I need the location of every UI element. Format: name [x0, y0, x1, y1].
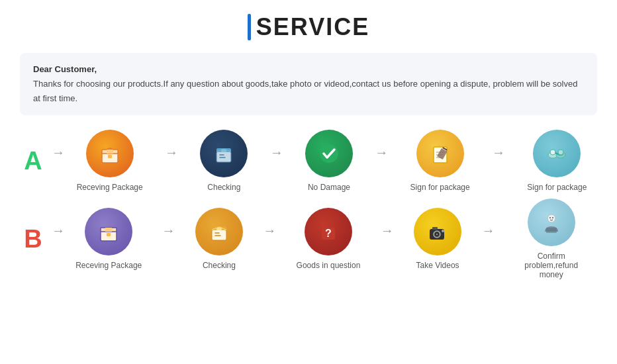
svg-point-15 [550, 150, 555, 155]
flow-item-confirm: Confirm problem,refund money [515, 199, 588, 279]
icon-goods: ? [305, 208, 352, 255]
row-label-a: A [20, 147, 46, 175]
flow-row-a: A → Receving Package [20, 130, 597, 192]
flow-item-nodmg: No Damage [305, 130, 353, 192]
page: SERVICE Dear Customer, Thanks for choosi… [0, 0, 617, 364]
svg-point-6 [320, 144, 338, 163]
label-recv-b: Receving Package [75, 261, 142, 270]
arrow-1b: → [162, 223, 175, 238]
label-video: Take Videos [416, 261, 459, 270]
flow-items-a: Receving Package → Check [66, 130, 597, 192]
title-accent-bar [248, 14, 251, 40]
flow-item-recv-b: Receving Package [75, 208, 142, 270]
label-hand: Sign for package [527, 183, 587, 192]
flow-item-check-a: Checking [200, 130, 248, 192]
arrow-2b: → [263, 223, 276, 238]
icon-video [414, 208, 461, 255]
arrow-2a: → [270, 145, 283, 160]
flow-items-b: Receving Package → Checking [66, 199, 597, 279]
flow-item-video: Take Videos [414, 208, 461, 270]
svg-point-29 [436, 234, 438, 236]
notice-box: Dear Customer, Thanks for choosing our p… [20, 53, 597, 115]
label-goods: Goods in question [297, 261, 361, 270]
arrow-1a: → [165, 145, 178, 160]
svg-rect-2 [107, 150, 113, 154]
label-check-b: Checking [203, 261, 236, 270]
svg-text:?: ? [325, 228, 332, 239]
label-sign1: Sign for package [410, 183, 470, 192]
svg-point-16 [558, 150, 563, 155]
notice-body: Thanks for choosing our products.If any … [33, 77, 584, 106]
icon-check-a [200, 130, 248, 177]
svg-rect-22 [216, 228, 222, 230]
flow-item-check-b: Checking [195, 208, 243, 270]
svg-point-32 [547, 214, 555, 222]
flow-item-recv-a: Receving Package [77, 130, 143, 192]
svg-rect-19 [105, 228, 112, 232]
notice-greeting: Dear Customer, [33, 62, 584, 77]
flow-section: A → Receving Package [20, 130, 597, 279]
flow-item-sign1: Sign for package [410, 130, 470, 192]
arrow-4b: → [481, 223, 495, 238]
arrow-3b: → [381, 223, 394, 238]
svg-rect-30 [432, 227, 438, 230]
svg-rect-20 [107, 233, 111, 236]
label-nodmg: No Damage [308, 183, 350, 192]
page-title: SERVICE [256, 13, 369, 41]
icon-recv-a [86, 130, 134, 177]
svg-rect-21 [212, 230, 226, 240]
svg-rect-4 [216, 152, 231, 162]
arrow-4a: → [492, 145, 505, 160]
svg-rect-35 [546, 228, 557, 233]
label-confirm: Confirm problem,refund money [515, 251, 588, 279]
svg-rect-3 [108, 155, 112, 158]
icon-nodmg [305, 130, 353, 177]
label-recv-a: Receving Package [77, 183, 143, 192]
arrow: → [52, 145, 65, 160]
icon-check-b [195, 208, 243, 255]
title-row: SERVICE [248, 13, 369, 41]
svg-point-33 [549, 217, 551, 218]
arrow-3a: → [375, 145, 388, 160]
arrow-b0: → [52, 223, 65, 238]
svg-point-34 [552, 217, 553, 218]
svg-rect-5 [221, 150, 226, 152]
flow-item-goods: ? Goods in question [297, 208, 361, 270]
row-label-b: B [20, 225, 46, 253]
icon-confirm [528, 199, 575, 246]
flow-item-hand: Sign for package [527, 130, 587, 192]
label-check-a: Checking [207, 183, 240, 192]
icon-sign [416, 130, 464, 177]
icon-hand [533, 130, 581, 177]
icon-recv-b [85, 208, 132, 255]
flow-row-b: B → Receving Package → [20, 199, 597, 279]
svg-point-31 [442, 230, 444, 232]
